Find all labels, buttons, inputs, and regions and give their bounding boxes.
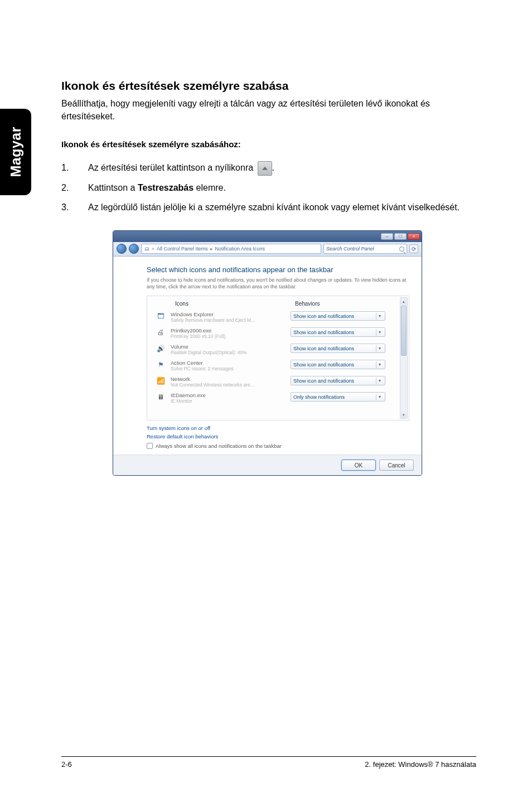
list-item: 🗔 Windows Explorer Safely Remove Hardwar… xyxy=(153,309,396,325)
steps-list: 1. Az értesítési terület kattintson a ny… xyxy=(61,161,476,215)
list-item: 🖨 Printkey2000.exe PrintKey 2000 v5.10 (… xyxy=(153,325,396,341)
step-body: Az értesítési terület kattintson a nyíli… xyxy=(88,161,476,176)
search-input[interactable]: Search Control Panel xyxy=(323,244,407,254)
column-icons: Icons xyxy=(175,301,295,307)
chevron-down-icon: ▾ xyxy=(376,329,383,336)
monitor-icon: 🖥 xyxy=(155,392,166,402)
ok-button[interactable]: OK xyxy=(341,460,376,471)
scrollbar[interactable]: ▴ ▾ xyxy=(400,297,408,419)
behavior-dropdown[interactable]: Show icon and notifications ▾ xyxy=(291,360,385,369)
always-show-label: Always show all icons and notifications … xyxy=(156,443,282,449)
sidebar-language-label: Magyar xyxy=(8,127,24,177)
back-button[interactable] xyxy=(117,244,127,254)
scrollbar-thumb[interactable] xyxy=(401,306,407,356)
chevron-right-icon: ▸ xyxy=(210,246,213,252)
forward-button[interactable] xyxy=(129,244,139,254)
explorer-icon: 🗔 xyxy=(155,311,166,321)
refresh-button[interactable]: ⟳ xyxy=(409,244,418,253)
page-heading: Select which icons and notifications app… xyxy=(147,265,409,274)
chevron-down-icon: ▾ xyxy=(376,394,383,400)
step-body: Az legördülő listán jelölje ki a személy… xyxy=(88,201,476,215)
search-icon xyxy=(399,247,404,252)
window-titlebar: – □ × xyxy=(113,231,422,242)
address-bar: 🗂 « All Control Panel Items ▸ Notificati… xyxy=(113,242,422,257)
step-2: 2. Kattintson a Testreszabás elemre. xyxy=(61,181,476,195)
page-number: 2-6 xyxy=(61,760,72,769)
speaker-icon: 🔊 xyxy=(155,344,166,354)
behavior-dropdown[interactable]: Show icon and notifications ▾ xyxy=(291,376,385,385)
sidebar-language-tab: Magyar xyxy=(0,109,31,195)
cancel-button[interactable]: Cancel xyxy=(379,460,414,471)
list-item: 🔊 Volume Realtek Digital Output(Optical)… xyxy=(153,341,396,357)
step-number: 1. xyxy=(61,161,88,176)
chevron-down-icon: ▾ xyxy=(376,361,383,368)
behavior-dropdown[interactable]: Show icon and notifications ▾ xyxy=(291,327,385,337)
tray-arrow-icon xyxy=(258,161,272,176)
notification-area-window: – □ × 🗂 « All Control Panel Items ▸ Noti… xyxy=(113,230,422,476)
minimize-button[interactable]: – xyxy=(381,233,393,240)
flag-icon: ⚑ xyxy=(155,360,166,370)
printer-icon: 🖨 xyxy=(155,327,166,337)
section-title: Ikonok és értesítések személyre szabása xyxy=(61,79,476,93)
folder-icon: 🗂 xyxy=(144,246,149,252)
chevron-down-icon: ▾ xyxy=(376,345,383,352)
chevron-down-icon: ▾ xyxy=(376,378,383,384)
button-bar: OK Cancel xyxy=(113,455,422,475)
chevron-right-icon: « xyxy=(152,246,154,252)
step-number: 3. xyxy=(61,201,88,215)
intro-paragraph: Beállíthatja, hogy megjeleníti vagy elre… xyxy=(61,97,476,123)
icons-list: Icons Behaviors 🗔 Windows Explorer Safel… xyxy=(147,296,409,421)
always-show-checkbox-row: Always show all icons and notifications … xyxy=(147,443,409,449)
turn-system-icons-link[interactable]: Turn system icons on or off xyxy=(147,425,409,431)
always-show-checkbox[interactable] xyxy=(147,443,153,449)
behavior-dropdown[interactable]: Show icon and notifications ▾ xyxy=(291,344,385,353)
steps-subtitle: Ikonok és értesítések személyre szabásáh… xyxy=(61,139,476,149)
links-block: Turn system icons on or off Restore defa… xyxy=(147,425,409,449)
step-3: 3. Az legördülő listán jelölje ki a szem… xyxy=(61,201,476,215)
breadcrumb[interactable]: 🗂 « All Control Panel Items ▸ Notificati… xyxy=(141,244,321,254)
scroll-down-icon[interactable]: ▾ xyxy=(401,412,407,418)
chevron-down-icon: ▾ xyxy=(376,313,383,320)
window-body: Select which icons and notifications app… xyxy=(113,257,422,455)
list-item: 🖥 IEDaemon.exe IE Monitor Only show noti… xyxy=(153,390,396,406)
page-footer: 2-6 2. fejezet: Windows® 7 használata xyxy=(61,756,476,769)
behavior-dropdown[interactable]: Only show notifications ▾ xyxy=(291,392,385,402)
network-icon: 📶 xyxy=(155,376,166,386)
behavior-dropdown[interactable]: Show icon and notifications ▾ xyxy=(291,311,385,321)
page-content: Ikonok és értesítések személyre szabása … xyxy=(0,0,532,476)
restore-defaults-link[interactable]: Restore default icon behaviors xyxy=(147,433,409,439)
close-button[interactable]: × xyxy=(408,233,420,240)
page-description: If you choose to hide icons and notifica… xyxy=(147,277,409,290)
column-behaviors: Behaviors xyxy=(295,301,396,307)
list-item: ⚑ Action Center Solve PC issues: 2 messa… xyxy=(153,357,396,374)
step-number: 2. xyxy=(61,181,88,195)
step-1: 1. Az értesítési terület kattintson a ny… xyxy=(61,161,476,176)
list-header: Icons Behaviors xyxy=(153,299,396,309)
list-item: 📶 Network Not Connected Wireless network… xyxy=(153,374,396,390)
step-body: Kattintson a Testreszabás elemre. xyxy=(88,181,476,195)
maximize-button[interactable]: □ xyxy=(394,233,407,240)
scroll-up-icon[interactable]: ▴ xyxy=(401,298,407,305)
chapter-label: 2. fejezet: Windows® 7 használata xyxy=(365,760,476,769)
